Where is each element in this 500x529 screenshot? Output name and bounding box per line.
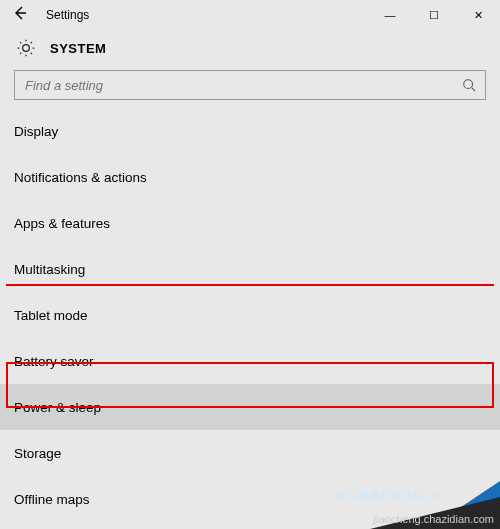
settings-item-label: Power & sleep — [14, 400, 101, 415]
settings-item-multitasking[interactable]: Multitasking — [0, 246, 500, 292]
window-title: Settings — [40, 8, 89, 22]
titlebar: Settings — ☐ ✕ — [0, 0, 500, 30]
watermark-text-2: jiaocheng.chazidian.com — [374, 513, 494, 525]
minimize-button[interactable]: — — [368, 0, 412, 30]
arrow-left-icon — [12, 5, 28, 21]
gear-icon — [14, 36, 38, 60]
close-button[interactable]: ✕ — [456, 0, 500, 30]
settings-item-label: Multitasking — [14, 262, 85, 277]
settings-item-label: Storage — [14, 446, 61, 461]
search-icon — [461, 77, 477, 93]
settings-list: DisplayNotifications & actionsApps & fea… — [0, 106, 500, 529]
settings-item-display[interactable]: Display — [0, 108, 500, 154]
settings-item-label: Battery saver — [14, 354, 94, 369]
settings-item-apps-features[interactable]: Apps & features — [0, 200, 500, 246]
watermark: 查字典教程网 jb51.net jiaocheng.chazidian.com — [310, 467, 500, 529]
settings-item-power-sleep[interactable]: Power & sleep — [0, 384, 500, 430]
search-input[interactable] — [23, 77, 461, 94]
settings-item-tablet-mode[interactable]: Tablet mode — [0, 292, 500, 338]
back-button[interactable] — [0, 5, 40, 25]
watermark-text-1: 查字典教程网 jb51.net — [336, 488, 444, 503]
settings-item-label: Tablet mode — [14, 308, 88, 323]
search-box[interactable] — [14, 70, 486, 100]
settings-item-label: Notifications & actions — [14, 170, 147, 185]
settings-item-label: Display — [14, 124, 58, 139]
svg-line-1 — [472, 88, 476, 92]
settings-item-label: Apps & features — [14, 216, 110, 231]
settings-item-battery-saver[interactable]: Battery saver — [0, 338, 500, 384]
search-wrap — [0, 70, 500, 106]
svg-point-0 — [464, 80, 473, 89]
window-controls: — ☐ ✕ — [368, 0, 500, 30]
page-header: SYSTEM — [0, 30, 500, 70]
maximize-button[interactable]: ☐ — [412, 0, 456, 30]
settings-item-label: Offline maps — [14, 492, 90, 507]
settings-item-notifications-actions[interactable]: Notifications & actions — [0, 154, 500, 200]
page-title: SYSTEM — [38, 41, 106, 56]
